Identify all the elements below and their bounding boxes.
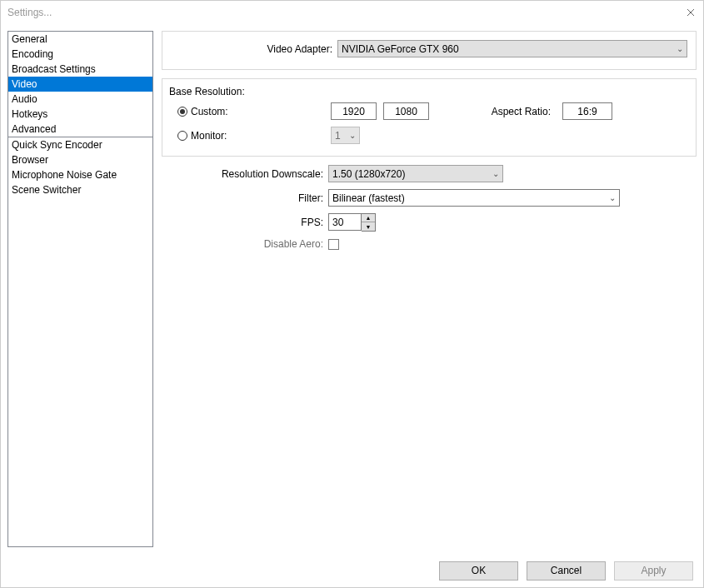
settings-window: Settings... General Encoding Broadcast S… (0, 0, 704, 588)
base-resolution-label: Base Resolution: (164, 86, 687, 102)
adapter-select[interactable]: NVIDIA GeForce GTX 960 ⌄ (337, 40, 687, 57)
fps-input[interactable] (328, 213, 362, 231)
downscale-value: 1.50 (1280x720) (332, 168, 405, 180)
aspect-label: Aspect Ratio: (492, 106, 556, 117)
height-input[interactable] (383, 102, 429, 120)
sidebar-item-advanced[interactable]: Advanced (8, 122, 152, 137)
fps-label: FPS: (162, 217, 328, 228)
sidebar-item-audio[interactable]: Audio (8, 92, 152, 107)
footer: OK Cancel Apply (1, 554, 703, 587)
titlebar: Settings... (1, 1, 703, 24)
radio-dot-icon (177, 107, 187, 117)
sidebar-item-video[interactable]: Video (8, 77, 152, 92)
monitor-value: 1 (335, 130, 341, 142)
adapter-value: NVIDIA GeForce GTX 960 (342, 43, 459, 55)
spinner-up-icon[interactable]: ▲ (362, 214, 375, 222)
filter-label: Filter: (162, 192, 328, 204)
content-area: General Encoding Broadcast Settings Vide… (1, 24, 703, 554)
apply-button[interactable]: Apply (614, 561, 693, 581)
width-input[interactable] (331, 102, 377, 120)
sidebar-item-broadcast[interactable]: Broadcast Settings (8, 62, 152, 77)
sidebar-item-general[interactable]: General (8, 32, 152, 47)
fps-spinner[interactable]: ▲ ▼ (328, 213, 376, 232)
sidebar-item-quicksync[interactable]: Quick Sync Encoder (8, 137, 152, 152)
sidebar-item-micgate[interactable]: Microphone Noise Gate (8, 167, 152, 182)
close-icon[interactable] (685, 7, 697, 18)
sidebar: General Encoding Broadcast Settings Vide… (7, 31, 153, 547)
sidebar-item-sceneswitcher[interactable]: Scene Switcher (8, 182, 152, 197)
monitor-radio[interactable]: Monitor: (177, 130, 227, 142)
monitor-select[interactable]: 1 ⌄ (331, 127, 360, 144)
chevron-down-icon: ⌄ (349, 131, 356, 140)
downscale-select[interactable]: 1.50 (1280x720) ⌄ (328, 165, 503, 182)
monitor-radio-label: Monitor: (191, 130, 227, 142)
sidebar-item-hotkeys[interactable]: Hotkeys (8, 107, 152, 122)
ok-button[interactable]: OK (439, 561, 518, 581)
spinner-down-icon[interactable]: ▼ (362, 222, 375, 231)
chevron-down-icon: ⌄ (677, 44, 683, 53)
aspect-value: 16:9 (562, 102, 612, 120)
window-title: Settings... (7, 7, 52, 18)
downscale-label: Resolution Downscale: (162, 168, 328, 180)
adapter-group: Video Adapter: NVIDIA GeForce GTX 960 ⌄ (162, 31, 697, 70)
aero-checkbox[interactable] (328, 239, 339, 250)
filter-select[interactable]: Bilinear (fastest) ⌄ (328, 189, 620, 207)
main-panel: Video Adapter: NVIDIA GeForce GTX 960 ⌄ … (162, 31, 697, 547)
cancel-button[interactable]: Cancel (527, 561, 606, 581)
aero-label: Disable Aero: (162, 238, 328, 250)
filter-value: Bilinear (fastest) (332, 192, 405, 204)
chevron-down-icon: ⌄ (492, 169, 499, 178)
adapter-label: Video Adapter: (171, 43, 337, 55)
sidebar-item-browser[interactable]: Browser (8, 152, 152, 167)
radio-dot-icon (177, 131, 187, 141)
base-resolution-group: Base Resolution: Custom: Aspect Ratio: 1… (162, 78, 697, 157)
chevron-down-icon: ⌄ (609, 193, 616, 202)
custom-radio-label: Custom: (191, 106, 228, 117)
downscale-section: Resolution Downscale: 1.50 (1280x720) ⌄ … (162, 165, 697, 250)
custom-radio[interactable]: Custom: (177, 106, 228, 117)
sidebar-item-encoding[interactable]: Encoding (8, 47, 152, 62)
